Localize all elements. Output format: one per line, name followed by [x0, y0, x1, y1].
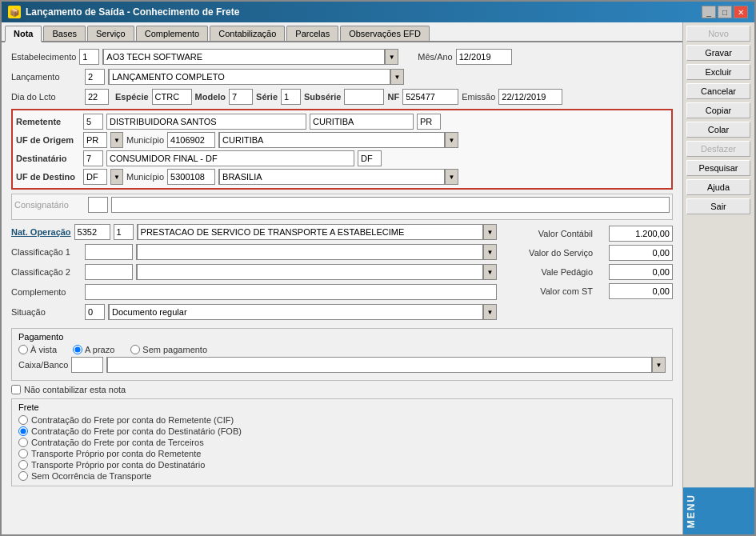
frete-terceiros[interactable]: Contratação do Frete por conta de Tercei… [18, 438, 666, 447]
nat-op-code[interactable] [74, 224, 110, 240]
emissao-field[interactable] [498, 89, 562, 105]
frete-fob[interactable]: Contratação do Frete por conta do Destin… [18, 426, 666, 436]
close-button[interactable]: ✕ [734, 6, 748, 18]
modelo-field[interactable] [229, 89, 253, 105]
nao-contabilizar-checkbox[interactable] [11, 385, 21, 394]
valor-st-field[interactable] [609, 283, 673, 299]
frete-fob-radio[interactable] [18, 426, 28, 436]
nat-op-input[interactable] [138, 224, 483, 240]
destinatario-name-field[interactable] [106, 150, 354, 166]
sair-button[interactable]: Sair [686, 198, 750, 214]
pesquisar-button[interactable]: Pesquisar [686, 160, 750, 176]
lancamento-combo[interactable]: ▼ [108, 69, 404, 85]
uf-destino-dropdown[interactable]: ▼ [110, 169, 123, 185]
uf-destino-field[interactable] [83, 169, 107, 185]
cancelar-button[interactable]: Cancelar [686, 83, 750, 99]
payment-aprazo-radio[interactable] [73, 345, 82, 354]
classificacao2-dropdown[interactable]: ▼ [483, 265, 496, 279]
tab-servico[interactable]: Serviço [87, 26, 134, 41]
caixa-banco-input[interactable] [107, 357, 652, 373]
tab-bases[interactable]: Bases [43, 26, 86, 41]
frete-cif-radio[interactable] [18, 415, 28, 425]
frete-sem[interactable]: Sem Ocorrência de Transporte [18, 471, 666, 481]
remetente-city-field[interactable] [310, 114, 414, 130]
copiar-button[interactable]: Copiar [686, 102, 750, 118]
frete-proprio-rem[interactable]: Transporte Próprio por conta do Remetent… [18, 449, 666, 458]
classificacao2-input[interactable] [137, 264, 483, 280]
ajuda-button[interactable]: Ajuda [686, 179, 750, 195]
valor-contabil-field[interactable] [609, 226, 673, 242]
uf-origem-field[interactable] [83, 132, 107, 148]
municipio-destino-name[interactable] [219, 169, 445, 185]
lancamento-dropdown[interactable]: ▼ [390, 70, 403, 84]
classificacao1-dropdown[interactable]: ▼ [483, 245, 496, 259]
destinatario-state-field[interactable] [358, 150, 382, 166]
tab-contabilizacao[interactable]: Contabilização [210, 26, 285, 41]
municipio-origem-name[interactable] [219, 132, 445, 148]
nat-op-label[interactable]: Nat. Operação [11, 227, 71, 237]
excluir-button[interactable]: Excluir [686, 64, 750, 80]
nat-op-dropdown[interactable]: ▼ [483, 225, 496, 239]
caixa-banco-dropdown[interactable]: ▼ [652, 358, 665, 372]
frete-terceiros-radio[interactable] [18, 438, 28, 447]
lancamento-input[interactable] [109, 69, 390, 85]
municipio-origem-dropdown[interactable]: ▼ [445, 133, 458, 147]
serie-field[interactable] [281, 89, 301, 105]
tab-parcelas[interactable]: Parcelas [286, 26, 338, 41]
remetente-num[interactable] [83, 114, 103, 130]
valor-st-label: Valor com ST [513, 286, 593, 296]
estabelecimento-input[interactable] [103, 49, 385, 65]
payment-avista[interactable]: À vista [18, 345, 57, 354]
municipio-destino-code[interactable] [167, 169, 215, 185]
minimize-button[interactable]: _ [702, 6, 716, 18]
caixa-banco-code[interactable] [71, 357, 103, 373]
remetente-name-field[interactable] [106, 114, 306, 130]
consignatario-num[interactable] [88, 197, 108, 213]
desfazer-button[interactable]: Desfazer [686, 141, 750, 157]
frete-cif[interactable]: Contratação do Frete por conta do Remete… [18, 415, 666, 425]
tab-observacoes[interactable]: Observações EFD [340, 26, 430, 41]
payment-aprazo[interactable]: A prazo [73, 345, 114, 354]
frete-proprio-rem-radio[interactable] [18, 449, 28, 458]
municipio-origem-code[interactable] [167, 132, 215, 148]
situacao-dropdown[interactable]: ▼ [483, 305, 496, 319]
remetente-state-field[interactable] [417, 114, 441, 130]
classificacao1-code[interactable] [85, 244, 133, 260]
complemento-field[interactable] [85, 284, 497, 300]
colar-button[interactable]: Colar [686, 122, 750, 138]
especie-field[interactable] [152, 89, 192, 105]
frete-proprio-dest-radio[interactable] [18, 460, 28, 470]
lancamento-num-field[interactable] [85, 69, 105, 85]
tab-nota[interactable]: Nota [5, 26, 42, 42]
situacao-num[interactable] [85, 304, 105, 320]
tab-complemento[interactable]: Complemento [136, 26, 208, 41]
valor-servico-field[interactable] [609, 245, 673, 261]
mes-ano-field[interactable] [456, 49, 512, 65]
consignatario-name[interactable] [111, 197, 670, 213]
estabelecimento-dropdown[interactable]: ▼ [385, 50, 398, 64]
estabelecimento-num-field[interactable] [79, 49, 99, 65]
payment-avista-radio[interactable] [18, 345, 28, 354]
nf-field[interactable] [402, 89, 458, 105]
gravar-button[interactable]: Gravar [686, 45, 750, 61]
frete-proprio-dest-label: Transporte Próprio por conta do Destinat… [31, 460, 205, 470]
subserie-field[interactable] [344, 89, 384, 105]
estabelecimento-combo[interactable]: ▼ [102, 49, 398, 65]
classificacao2-code[interactable] [85, 264, 133, 280]
vale-pedagio-field[interactable] [609, 264, 673, 280]
municipio-destino-dropdown[interactable]: ▼ [445, 170, 458, 184]
frete-proprio-dest[interactable]: Transporte Próprio por conta do Destinat… [18, 460, 666, 470]
novo-button[interactable]: Novo [686, 26, 750, 42]
classificacao1-input[interactable] [137, 244, 483, 260]
uf-origem-dropdown[interactable]: ▼ [110, 132, 123, 148]
situacao-input[interactable] [109, 304, 483, 320]
nat-op-num[interactable] [114, 224, 134, 240]
menu-tab[interactable]: MENU [683, 487, 754, 534]
nao-contabilizar-row: Não contabilizar esta nota [11, 385, 673, 394]
payment-sem[interactable]: Sem pagamento [130, 345, 207, 354]
maximize-button[interactable]: □ [718, 6, 732, 18]
frete-sem-radio[interactable] [18, 471, 28, 481]
payment-sem-radio[interactable] [130, 345, 140, 354]
dia-field[interactable] [85, 89, 109, 105]
destinatario-num[interactable] [83, 150, 103, 166]
